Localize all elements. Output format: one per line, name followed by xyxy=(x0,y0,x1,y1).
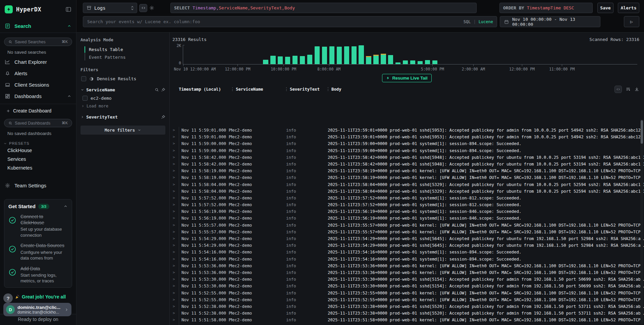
table-row[interactable]: > Nov 11 5:52:55.000 PM ec2-demo info 20… xyxy=(170,290,644,296)
table-row[interactable]: > Nov 11 5:52:55.000 PM ec2-demo info 20… xyxy=(170,296,644,303)
table-row[interactable]: > Nov 11 5:53:36.000 PM ec2-demo info 20… xyxy=(170,263,644,269)
table-row[interactable]: > Nov 11 5:58:04.000 PM ec2-demo info 20… xyxy=(170,188,644,195)
expand-row-icon[interactable]: > xyxy=(170,310,179,317)
column-resize-handle[interactable] xyxy=(328,87,328,91)
histogram-bar[interactable] xyxy=(270,56,275,64)
column-header-severitytext[interactable]: SeverityText xyxy=(286,87,328,92)
table-row[interactable]: > Nov 11 5:58:19.000 PM ec2-demo info 20… xyxy=(170,168,644,174)
histogram-bar[interactable] xyxy=(315,46,320,64)
preset-clickhouse[interactable]: ClickHouse xyxy=(0,146,76,155)
sidebar-item-alerts[interactable]: Alerts xyxy=(0,67,76,79)
table-row[interactable]: > Nov 11 5:59:00.000 PM ec2-demo info 20… xyxy=(170,140,644,147)
table-row[interactable]: > Nov 11 5:55:57.000 PM ec2-demo info 20… xyxy=(170,222,644,229)
get-started-header[interactable]: Get Started 3/3 xyxy=(8,203,68,209)
sidebar-item-client-sessions[interactable]: Client Sessions xyxy=(0,79,76,90)
expand-row-icon[interactable]: > xyxy=(170,229,179,235)
table-row[interactable]: > Nov 11 5:54:29.000 PM ec2-demo info 20… xyxy=(170,242,644,249)
expand-row-icon[interactable]: > xyxy=(170,256,179,263)
source-select[interactable]: Logs xyxy=(83,3,137,13)
pin-icon[interactable] xyxy=(161,115,165,119)
saved-searches-input[interactable]: Saved Searches ⌘K xyxy=(4,38,72,46)
load-more-button[interactable]: Load more xyxy=(81,104,165,108)
histogram-bar[interactable] xyxy=(263,60,268,64)
sidebar-item-dashboards[interactable]: Dashboards xyxy=(0,90,76,102)
histogram-bar[interactable] xyxy=(329,46,334,64)
table-row[interactable]: > Nov 11 5:52:38.000 PM ec2-demo info 20… xyxy=(170,310,644,317)
collapse-sidebar-icon[interactable] xyxy=(65,6,71,12)
table-row[interactable]: > Nov 11 5:53:36.000 PM ec2-demo info 20… xyxy=(170,269,644,276)
expand-row-icon[interactable]: > xyxy=(170,134,179,140)
date-range-picker[interactable]: Nov 10 00:00:00 - Nov 13 00:00:00 xyxy=(500,16,600,27)
table-row[interactable]: > Nov 11 5:52:38.000 PM ec2-demo info 20… xyxy=(170,303,644,310)
column-resize-handle[interactable] xyxy=(286,87,287,91)
resume-live-tail-button[interactable]: Resume Live Tail xyxy=(382,74,431,82)
scrollbar-thumb[interactable] xyxy=(641,120,643,144)
table-row[interactable]: > Nov 11 5:53:30.000 PM ec2-demo info 20… xyxy=(170,283,644,289)
filter-search-icon[interactable] xyxy=(155,88,159,92)
mode-event-patterns[interactable]: Event Patterns xyxy=(85,53,165,61)
column-header-servicename[interactable]: ServiceName xyxy=(232,87,286,92)
expand-row-icon[interactable]: > xyxy=(170,215,179,222)
select-columns-input[interactable]: SELECT Timestamp, ServiceName,SeverityTe… xyxy=(170,3,477,13)
histogram-bar[interactable] xyxy=(322,47,327,64)
expand-row-icon[interactable]: > xyxy=(170,181,179,188)
download-icon[interactable] xyxy=(634,87,639,92)
expand-row-icon[interactable]: > xyxy=(170,235,179,242)
expand-row-icon[interactable]: > xyxy=(170,201,179,208)
expand-row-icon[interactable]: > xyxy=(170,303,179,310)
histogram-bar[interactable] xyxy=(352,46,357,64)
filter-checkbox[interactable] xyxy=(83,96,88,101)
histogram-bar[interactable] xyxy=(278,56,283,64)
pin-icon[interactable] xyxy=(161,88,165,92)
table-row[interactable]: > Nov 11 5:57:52.000 PM ec2-demo info 20… xyxy=(170,201,644,208)
user-menu[interactable]: D dominic.tran@clic... dominic.tran@clic… xyxy=(3,303,71,316)
expand-row-icon[interactable]: > xyxy=(170,188,179,195)
expand-row-icon[interactable]: > xyxy=(170,208,179,215)
row-format-toggle-icon[interactable] xyxy=(614,86,622,93)
expand-row-icon[interactable]: > xyxy=(170,168,179,174)
save-button[interactable]: Save xyxy=(597,3,613,13)
search-input[interactable] xyxy=(83,16,497,27)
alerts-button[interactable]: Alerts xyxy=(618,3,639,13)
query-settings-gear-icon[interactable] xyxy=(149,5,154,10)
table-row[interactable]: > Nov 11 5:58:19.000 PM ec2-demo info 20… xyxy=(170,174,644,181)
expand-row-icon[interactable]: > xyxy=(170,161,179,168)
filter-group-servicename[interactable]: ServiceName xyxy=(80,87,165,92)
table-row[interactable]: > Nov 11 5:54:16.000 PM ec2-demo info 20… xyxy=(170,256,644,263)
denoise-checkbox[interactable] xyxy=(81,76,86,81)
table-row[interactable]: > Nov 11 5:56:19.000 PM ec2-demo info 20… xyxy=(170,215,644,222)
histogram-bar[interactable] xyxy=(395,62,400,64)
histogram-bar[interactable] xyxy=(410,60,415,64)
expand-row-icon[interactable]: > xyxy=(170,127,179,134)
table-row[interactable]: > Nov 11 5:57:52.000 PM ec2-demo info 20… xyxy=(170,195,644,201)
orderby-input[interactable]: ORDER BY TimestampTime DESC xyxy=(499,3,593,13)
expand-row-icon[interactable]: > xyxy=(170,263,179,269)
table-row[interactable]: > Nov 11 5:54:29.000 PM ec2-demo info 20… xyxy=(170,235,644,242)
column-header-timestamp[interactable]: Timestamp (Local) xyxy=(179,87,232,92)
expand-row-icon[interactable]: > xyxy=(170,242,179,249)
expand-row-icon[interactable]: > xyxy=(170,290,179,296)
create-dashboard-button[interactable]: Create Dashboard xyxy=(0,104,76,114)
table-row[interactable]: > Nov 11 5:55:57.000 PM ec2-demo info 20… xyxy=(170,229,644,235)
sidebar-item-search[interactable]: Search xyxy=(0,21,76,33)
get-started-item[interactable]: Connect to ClickHouse Set up your databa… xyxy=(8,214,68,238)
histogram-bar[interactable] xyxy=(359,45,364,64)
table-row[interactable]: > Nov 11 5:58:42.000 PM ec2-demo info 20… xyxy=(170,154,644,161)
language-sql[interactable]: SQL xyxy=(464,19,471,24)
table-row[interactable]: > Nov 11 5:51:58.000 PM ec2-demo info 20… xyxy=(170,323,644,325)
histogram-bar[interactable] xyxy=(307,55,312,64)
sidebar-item-chart-explorer[interactable]: Chart Explorer xyxy=(0,56,76,67)
histogram-bar[interactable] xyxy=(366,57,371,64)
expand-row-icon[interactable]: > xyxy=(170,269,179,276)
more-filters-button[interactable]: More filters xyxy=(80,126,165,135)
table-row[interactable]: > Nov 11 5:54:16.000 PM ec2-demo info 20… xyxy=(170,249,644,256)
expand-row-icon[interactable]: > xyxy=(170,249,179,256)
histogram-bar[interactable] xyxy=(381,55,386,64)
expand-row-icon[interactable]: > xyxy=(170,174,179,181)
run-query-button[interactable]: ▷ xyxy=(624,16,639,27)
table-row[interactable]: > Nov 11 5:59:01.000 PM ec2-demo info 20… xyxy=(170,127,644,134)
table-row[interactable]: > Nov 11 5:56:19.000 PM ec2-demo info 20… xyxy=(170,208,644,215)
table-row[interactable]: > Nov 11 5:59:00.000 PM ec2-demo info 20… xyxy=(170,147,644,154)
histogram-bar[interactable] xyxy=(418,61,423,64)
presets-toggle[interactable]: PRESETS xyxy=(0,137,76,146)
